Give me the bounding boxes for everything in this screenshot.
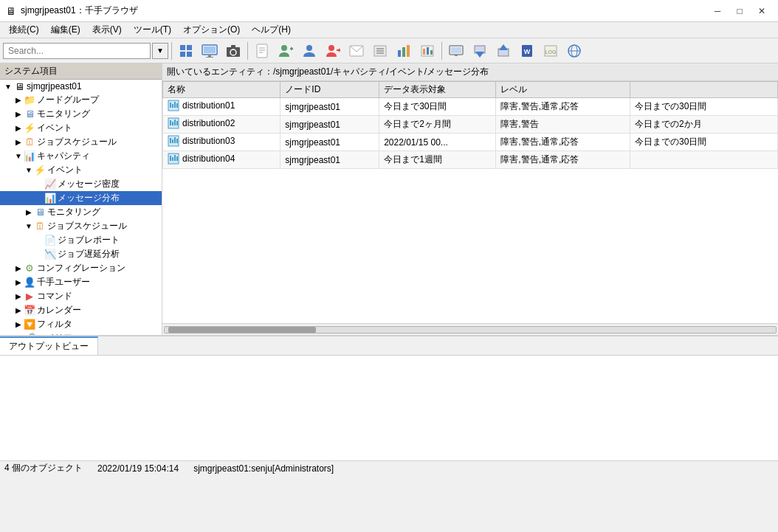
sidebar-item-cap-monitoring[interactable]: ▶ 🖥 モニタリング — [0, 205, 162, 219]
table-body: distribution01 sjmgrjpeast01 今日まで30日間 障害… — [163, 98, 778, 169]
chart-button[interactable] — [393, 41, 415, 61]
close-button[interactable]: ✕ — [751, 2, 772, 20]
table-row[interactable]: distribution02 sjmgrjpeast01 今日まで2ヶ月間 障害… — [163, 116, 778, 134]
expand-icon[interactable]: ▶ — [13, 320, 24, 328]
monitor-icon2: 🖥 — [34, 207, 46, 218]
person-out-button[interactable] — [322, 41, 344, 61]
cell-level: 障害,警告,通常,応答 — [496, 98, 630, 116]
col-nodeid[interactable]: ノードID — [280, 82, 379, 98]
svg-rect-53 — [170, 120, 171, 125]
col-name[interactable]: 名称 — [163, 82, 280, 98]
col-datarange[interactable]: データ表示対象 — [379, 82, 496, 98]
screen-button[interactable] — [445, 41, 467, 61]
sidebar-item-monitoring[interactable]: ▶ 🖥 モニタリング — [0, 107, 162, 121]
log-button[interactable]: LOG — [540, 41, 562, 61]
menu-view[interactable]: 表示(V) — [86, 22, 128, 38]
monitor-view-button[interactable] — [199, 41, 221, 61]
person-add-button[interactable] — [275, 41, 297, 61]
sidebar-item-filter[interactable]: ▶ 🔽 フィルタ — [0, 317, 162, 331]
list-button[interactable] — [369, 41, 391, 61]
cell-level: 障害,警告 — [496, 116, 630, 134]
sidebar-item-msg-dist[interactable]: 📊 メッセージ分布 — [0, 191, 162, 205]
sidebar-item-calendar[interactable]: ▶ 📅 カレンダー — [0, 303, 162, 317]
expand-icon[interactable]: ▼ — [3, 83, 13, 91]
minimize-button[interactable]: ─ — [707, 2, 728, 20]
expand-icon[interactable]: ▶ — [13, 96, 24, 104]
cell-datarange: 今日まで2ヶ月間 — [379, 116, 496, 134]
cell-extra: 今日までの30日間 — [630, 134, 778, 151]
expand-icon[interactable]: ▶ — [13, 110, 24, 118]
expand-icon[interactable]: ▶ — [24, 208, 34, 216]
search-input[interactable] — [3, 43, 151, 59]
svg-rect-26 — [398, 50, 401, 57]
sidebar-item-command[interactable]: ▶ ▶ コマンド — [0, 289, 162, 303]
sidebar-item-label: エイリアス — [37, 332, 81, 335]
titlebar-controls: ─ □ ✕ — [707, 2, 772, 20]
table-row[interactable]: distribution04 sjmgrjpeast01 今日まで1週間 障害,… — [163, 151, 778, 169]
word-button[interactable]: W — [516, 41, 538, 61]
sidebar-item-senjuuser[interactable]: ▶ 👤 千手ユーザー — [0, 275, 162, 289]
sidebar-item-label: ジョブスケジュール — [37, 136, 117, 148]
globe-button[interactable] — [563, 41, 585, 61]
sidebar-item-event[interactable]: ▶ ⚡ イベント — [0, 121, 162, 135]
schedule-icon: 🗓 — [24, 137, 35, 148]
table-row[interactable]: distribution01 sjmgrjpeast01 今日まで30日間 障害… — [163, 98, 778, 116]
sidebar-item-config[interactable]: ▶ ⚙ コンフィグレーション — [0, 261, 162, 275]
menu-tools[interactable]: ツール(T) — [128, 22, 177, 38]
sidebar-item-label: sjmgrjpeast01 — [27, 81, 82, 91]
titlebar-left: 🖥 sjmgrjpeast01：千手ブラウザ — [6, 4, 138, 17]
toolbar-separator-1 — [171, 42, 172, 60]
menu-connect[interactable]: 接続(C) — [3, 22, 45, 38]
expand-icon[interactable]: ▶ — [13, 306, 24, 314]
scroll-thumb[interactable] — [168, 327, 316, 333]
sidebar-item-capacity[interactable]: ▼ 📊 キャパシティ — [0, 149, 162, 163]
sidebar-item-nodegroup[interactable]: ▶ 📁 ノードグループ — [0, 93, 162, 107]
doc-button[interactable] — [251, 41, 273, 61]
sidebar-item-cap-jobschedule[interactable]: ▼ 🗓 ジョブスケジュール — [0, 219, 162, 233]
search-button[interactable]: ▼ — [152, 43, 168, 59]
arrow-up-button[interactable] — [492, 41, 514, 61]
sidebar-item-msg-density[interactable]: 📈 メッセージ密度 — [0, 177, 162, 191]
content-table-wrapper[interactable]: 名称 ノードID データ表示対象 レベル distribution01 sjmg… — [162, 81, 778, 323]
sidebar-item-cap-event[interactable]: ▼ ⚡ イベント — [0, 163, 162, 177]
expand-icon[interactable]: ▶ — [13, 138, 24, 146]
expand-icon[interactable]: ▶ — [13, 292, 24, 300]
svg-point-18 — [306, 45, 312, 51]
maximize-button[interactable]: □ — [729, 2, 750, 20]
expand-icon[interactable]: ▼ — [24, 166, 34, 174]
menu-options[interactable]: オプション(O) — [177, 22, 246, 38]
camera-button[interactable] — [222, 41, 244, 61]
server-icon: 🖥 — [13, 80, 25, 92]
output-content — [0, 356, 778, 460]
content-table: 名称 ノードID データ表示対象 レベル distribution01 sjmg… — [162, 81, 778, 169]
expand-icon[interactable]: ▶ — [13, 278, 24, 286]
col-level[interactable]: レベル — [496, 82, 630, 98]
alias-icon: 🔗 — [24, 333, 35, 336]
sidebar-item-jobschedule[interactable]: ▶ 🗓 ジョブスケジュール — [0, 135, 162, 149]
bar-chart-button[interactable] — [416, 41, 438, 61]
grid-view-button[interactable] — [175, 41, 197, 61]
scroll-track[interactable] — [164, 326, 777, 334]
output-tab-item[interactable]: アウトプットビュー — [0, 336, 98, 355]
menu-help[interactable]: ヘルプ(H) — [246, 22, 297, 38]
menu-edit[interactable]: 編集(E) — [45, 22, 86, 38]
expand-icon[interactable]: ▼ — [13, 152, 24, 160]
table-row[interactable]: distribution03 sjmgrjpeast01 2022/01/15 … — [163, 134, 778, 151]
expand-icon[interactable]: ▶ — [13, 124, 24, 132]
sidebar-item-jobreport[interactable]: 📄 ジョブレポート — [0, 233, 162, 247]
mail-button[interactable] — [345, 41, 368, 61]
expand-icon[interactable]: ▼ — [24, 222, 34, 230]
sidebar-item-alias[interactable]: 🔗 エイリアス — [0, 331, 162, 335]
horizontal-scrollbar[interactable] — [162, 323, 778, 335]
delay-icon: 📉 — [44, 249, 56, 260]
svg-rect-1 — [187, 45, 192, 50]
arrow-down-button[interactable] — [469, 41, 491, 61]
app-icon: 🖥 — [6, 5, 16, 17]
statusbar: 4 個のオブジェクト 2022/01/19 15:04:14 sjmgrjpea… — [0, 460, 778, 475]
sidebar-item-jobdelay[interactable]: 📉 ジョブ遅延分析 — [0, 247, 162, 261]
sidebar-item-label: ジョブレポート — [58, 234, 120, 246]
cell-name: distribution01 — [163, 98, 280, 116]
sidebar-item-root[interactable]: ▼ 🖥 sjmgrjpeast01 — [0, 80, 162, 93]
expand-icon[interactable]: ▶ — [13, 264, 24, 272]
person-button[interactable] — [298, 41, 320, 61]
